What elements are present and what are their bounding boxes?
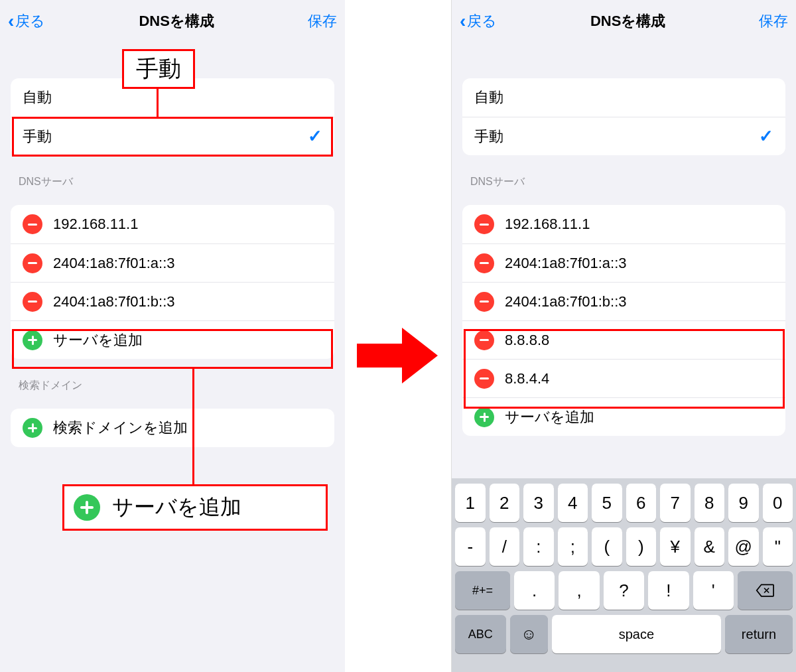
navbar: ‹ 戻る DNSを構成 保存 (452, 0, 796, 42)
dns-servers-group: 192.168.11.1 2404:1a8:7f01:a::3 2404:1a8… (11, 205, 334, 359)
search-domains-group: 検索ドメインを追加 (11, 409, 334, 447)
save-button[interactable]: 保存 (759, 11, 788, 31)
keyboard-key[interactable]: 8 (695, 484, 725, 522)
dns-servers-header: DNSサーバ (470, 175, 785, 189)
dns-servers-header: DNSサーバ (19, 175, 334, 189)
backspace-icon (756, 583, 774, 598)
keyboard-key[interactable]: 2 (490, 484, 520, 522)
chevron-left-icon: ‹ (8, 12, 14, 31)
add-search-domain-label: 検索ドメインを追加 (53, 418, 188, 438)
keyboard-key[interactable]: 6 (626, 484, 657, 522)
mode-manual-row[interactable]: 手動 ✓ (462, 117, 785, 155)
dns-server-row[interactable]: 2404:1a8:7f01:a::3 (11, 243, 334, 282)
mode-auto-label: 自動 (474, 88, 503, 107)
search-domains-header: 検索ドメイン (19, 379, 334, 393)
dns-server-row[interactable]: 192.168.11.1 (11, 205, 334, 243)
plus-icon[interactable] (474, 407, 494, 427)
keyboard-key[interactable]: @ (728, 527, 759, 566)
dns-server-row[interactable]: 2404:1a8:7f01:b::3 (11, 282, 334, 320)
annotation-manual-callout: 手動 (122, 49, 195, 89)
mode-manual-label: 手動 (23, 127, 52, 147)
keyboard-key[interactable]: ; (558, 527, 588, 566)
back-button[interactable]: ‹ 戻る (8, 11, 45, 31)
keyboard-key[interactable]: 9 (728, 484, 759, 522)
keyboard-key[interactable]: " (763, 527, 793, 566)
dns-server-value: 2404:1a8:7f01:b::3 (505, 293, 627, 310)
plus-icon[interactable] (23, 418, 42, 438)
keyboard-key[interactable]: 7 (660, 484, 691, 522)
dns-server-value: 192.168.11.1 (53, 216, 138, 233)
keyboard-key[interactable]: - (455, 527, 486, 566)
dns-server-value: 192.168.11.1 (505, 216, 590, 233)
phone-left: ‹ 戻る DNSを構成 保存 自動 手動 ✓ DNSサーバ 192.168. (0, 0, 345, 672)
plus-icon[interactable] (23, 330, 42, 350)
dns-server-value: 8.8.4.4 (505, 370, 549, 387)
dns-server-value: 2404:1a8:7f01:a::3 (505, 255, 627, 272)
keyboard-key[interactable]: & (695, 527, 725, 566)
dns-server-row[interactable]: 2404:1a8:7f01:a::3 (462, 243, 785, 282)
navbar: ‹ 戻る DNSを構成 保存 (0, 0, 345, 42)
keyboard-key[interactable]: ¥ (660, 527, 691, 566)
dns-server-value: 8.8.8.8 (505, 332, 549, 349)
chevron-left-icon: ‹ (460, 12, 466, 31)
keyboard-key[interactable]: ) (626, 527, 657, 566)
minus-icon[interactable] (23, 253, 42, 273)
keyboard-key[interactable]: 1 (455, 484, 486, 522)
dns-server-row[interactable]: 2404:1a8:7f01:b::3 (462, 282, 785, 320)
save-button[interactable]: 保存 (308, 11, 337, 31)
mode-group: 自動 手動 ✓ (11, 78, 334, 155)
keyboard-abc-key[interactable]: ABC (455, 615, 506, 653)
keyboard-key[interactable]: : (523, 527, 554, 566)
keyboard-emoji-key[interactable]: ☺ (510, 615, 548, 653)
checkmark-icon: ✓ (759, 126, 773, 147)
minus-icon[interactable] (23, 292, 42, 312)
add-search-domain-row[interactable]: 検索ドメインを追加 (11, 409, 334, 447)
keyboard-key[interactable]: ( (592, 527, 622, 566)
dns-servers-group: 192.168.11.1 2404:1a8:7f01:a::3 2404:1a8… (462, 205, 785, 436)
keyboard-return-key[interactable]: return (725, 615, 793, 653)
keyboard-key[interactable]: . (514, 571, 555, 610)
minus-icon[interactable] (474, 253, 494, 273)
keyboard-key[interactable]: / (490, 527, 520, 566)
keyboard-key[interactable]: , (559, 571, 599, 610)
mode-auto-row[interactable]: 自動 (462, 78, 785, 117)
back-label: 戻る (467, 11, 497, 31)
back-label: 戻る (15, 11, 45, 31)
back-button[interactable]: ‹ 戻る (460, 11, 497, 31)
dns-server-row[interactable]: 8.8.4.4 (462, 359, 785, 397)
mode-group: 自動 手動 ✓ (462, 78, 785, 155)
keyboard-space-key[interactable]: space (552, 615, 721, 653)
phone-right: ‹ 戻る DNSを構成 保存 自動 手動 ✓ DNSサーバ 192.168. (451, 0, 796, 672)
keyboard-key[interactable]: 4 (558, 484, 588, 522)
checkmark-icon: ✓ (308, 126, 322, 147)
dns-server-value: 2404:1a8:7f01:b::3 (53, 293, 175, 310)
minus-icon[interactable] (474, 292, 494, 312)
minus-icon[interactable] (23, 214, 42, 234)
keyboard: 1 2 3 4 5 6 7 8 9 0 - / : ; ( ) ¥ & @ (452, 478, 796, 672)
keyboard-delete-key[interactable] (738, 571, 793, 610)
keyboard-key[interactable]: ! (648, 571, 689, 610)
add-server-row[interactable]: サーバを追加 (462, 397, 785, 436)
keyboard-key[interactable]: ? (604, 571, 644, 610)
dns-server-row[interactable]: 192.168.11.1 (462, 205, 785, 243)
annotation-add-server-text: サーバを追加 (112, 493, 241, 522)
keyboard-key[interactable]: 5 (592, 484, 622, 522)
mode-manual-label: 手動 (474, 127, 503, 147)
plus-icon (74, 494, 100, 521)
keyboard-shift-key[interactable]: #+= (455, 571, 510, 610)
add-server-label: サーバを追加 (505, 407, 594, 427)
add-server-row[interactable]: サーバを追加 (11, 320, 334, 359)
dns-server-row[interactable]: 8.8.8.8 (462, 320, 785, 359)
add-server-label: サーバを追加 (53, 330, 143, 350)
minus-icon[interactable] (474, 214, 494, 234)
minus-icon[interactable] (474, 330, 494, 350)
keyboard-key[interactable]: ' (693, 571, 734, 610)
dns-server-value: 2404:1a8:7f01:a::3 (53, 255, 175, 272)
arrow-right-icon (357, 328, 443, 383)
keyboard-key[interactable]: 3 (523, 484, 554, 522)
mode-auto-label: 自動 (23, 88, 52, 107)
keyboard-key[interactable]: 0 (763, 484, 793, 522)
page-title: DNSを構成 (590, 11, 665, 31)
minus-icon[interactable] (474, 369, 494, 389)
mode-manual-row[interactable]: 手動 ✓ (11, 117, 334, 155)
